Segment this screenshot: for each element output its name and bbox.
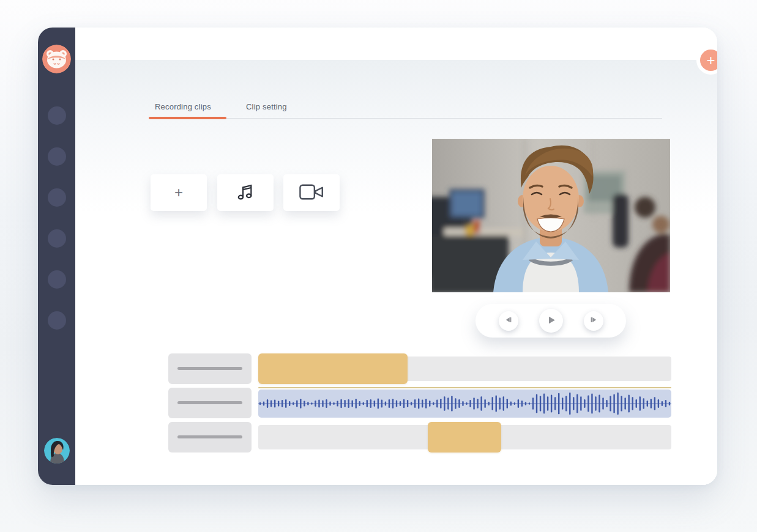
play-icon [546,315,556,327]
video-preview[interactable] [432,139,670,292]
media-clip[interactable] [428,422,501,453]
media-clip[interactable] [258,353,408,384]
add-video-button[interactable] [283,174,340,211]
tab-recording-clips[interactable]: Recording clips [155,102,211,111]
track-row [168,422,717,453]
skip-back-icon [504,316,513,326]
clip-top-marker [258,387,671,388]
header-bar [75,28,717,60]
sidebar-nav-item-6[interactable] [48,311,66,330]
track-lane[interactable] [258,353,671,384]
playback-controls [475,304,626,338]
track-lane[interactable] [258,422,671,453]
monkey-logo-icon [42,45,71,73]
video-camera-icon [299,182,324,204]
active-tab-indicator [149,117,226,119]
main-content: + Recording clips Clip setting + [75,28,717,485]
skip-forward-icon [589,316,598,326]
music-note-icon [234,180,257,205]
previous-frame-button[interactable] [499,311,518,331]
track-row [168,353,717,384]
tab-clip-setting[interactable]: Clip setting [246,102,287,111]
track-handle[interactable] [168,353,252,384]
add-button[interactable]: + [700,50,717,71]
next-frame-button[interactable] [584,311,603,331]
sidebar-nav-item-2[interactable] [48,147,66,166]
user-avatar[interactable] [44,438,70,464]
track-lane[interactable] [258,388,671,418]
page-background: + Recording clips Clip setting + [0,0,757,532]
app-window: + Recording clips Clip setting + [38,28,717,485]
sidebar-nav-item-3[interactable] [48,188,66,207]
sidebar [38,28,75,485]
add-music-button[interactable] [217,174,274,211]
track-handle[interactable] [168,422,252,453]
track-row [168,388,717,418]
add-clip-button[interactable]: + [151,174,207,211]
sidebar-nav-item-5[interactable] [48,270,66,289]
track-handle[interactable] [168,388,252,418]
sidebar-nav-item-1[interactable] [48,106,66,125]
sidebar-nav-item-4[interactable] [48,229,66,248]
play-button[interactable] [539,309,563,333]
audio-waveform-clip[interactable] [258,390,671,418]
